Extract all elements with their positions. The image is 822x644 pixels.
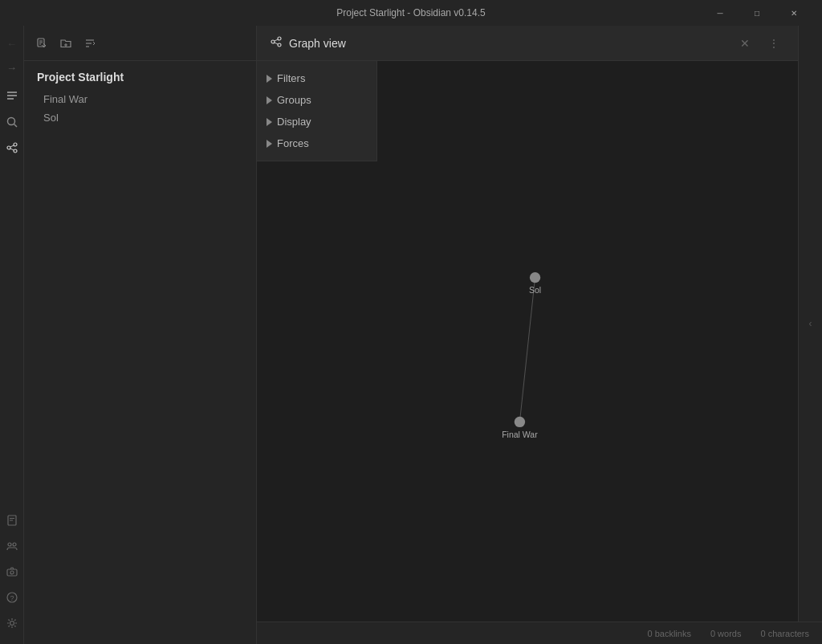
words-count: 0 words (710, 629, 742, 638)
svg-point-31 (278, 43, 281, 47)
window-controls: ─ □ ✕ (702, 0, 812, 26)
display-control[interactable]: Display (257, 111, 376, 132)
close-button[interactable]: ✕ (775, 0, 812, 26)
characters-status: 0 characters (760, 629, 809, 638)
sol-node-label: Sol (529, 285, 541, 295)
svg-line-32 (275, 39, 278, 41)
filters-control[interactable]: Filters (257, 67, 376, 89)
minimize-button[interactable]: ─ (702, 0, 739, 26)
svg-point-14 (13, 543, 16, 546)
svg-line-4 (14, 124, 17, 128)
app-container: ← → ? (0, 26, 822, 644)
characters-count: 0 characters (760, 629, 809, 638)
back-arrow-icon[interactable]: ← (1, 32, 23, 55)
graph-panel: Graph view ✕ ⋮ Filters Groups (257, 26, 798, 622)
graph-icon[interactable] (1, 137, 23, 159)
community-icon[interactable] (1, 535, 23, 557)
close-graph-button[interactable]: ✕ (734, 32, 756, 55)
svg-point-5 (7, 146, 10, 149)
graph-view-label: Graph view (289, 37, 346, 50)
sidebar-tools (31, 32, 101, 55)
new-note-button[interactable] (31, 32, 53, 55)
backlinks-status: 0 backlinks (648, 629, 691, 638)
graph-header: Graph view ✕ ⋮ (257, 26, 798, 61)
svg-point-16 (10, 571, 14, 574)
groups-label: Groups (277, 94, 311, 106)
svg-point-6 (14, 143, 17, 146)
svg-rect-1 (7, 95, 17, 96)
finalwar-node[interactable] (515, 417, 525, 427)
vault-name: Project Starlight (24, 67, 256, 90)
graph-controls-panel: Filters Groups Display Forces (257, 61, 377, 161)
sidebar-content: Project Starlight Final War Sol (24, 61, 256, 133)
svg-line-33 (275, 43, 278, 44)
svg-text:?: ? (10, 594, 14, 602)
finalwar-node-label: Final War (502, 430, 538, 439)
svg-rect-11 (10, 518, 14, 519)
svg-point-3 (7, 118, 14, 125)
maximize-button[interactable]: □ (739, 0, 775, 26)
graph-title: Graph view (270, 35, 346, 51)
sidebar-header (24, 26, 256, 61)
collapse-panel-button[interactable]: ‹ (803, 308, 819, 340)
svg-line-9 (10, 149, 14, 150)
graph-header-controls: ✕ ⋮ (734, 32, 785, 55)
camera-icon[interactable] (1, 560, 23, 583)
svg-point-7 (14, 149, 17, 153)
svg-point-30 (278, 37, 281, 40)
sol-node[interactable] (530, 272, 540, 283)
svg-rect-2 (7, 98, 14, 100)
sidebar: Project Starlight Final War Sol (24, 26, 257, 644)
sidebar-item-finalwar[interactable]: Final War (24, 90, 256, 108)
display-triangle-icon (267, 118, 272, 126)
help-icon[interactable]: ? (1, 586, 23, 609)
sidebar-item-sol[interactable]: Sol (24, 108, 256, 127)
status-bar: 0 backlinks 0 words 0 characters (257, 622, 822, 644)
display-label: Display (277, 116, 311, 128)
svg-rect-0 (7, 92, 17, 93)
more-options-button[interactable]: ⋮ (763, 32, 785, 55)
settings-icon[interactable] (1, 612, 23, 634)
forces-label: Forces (277, 137, 309, 149)
groups-control[interactable]: Groups (257, 89, 376, 111)
svg-line-8 (10, 145, 14, 147)
filters-label: Filters (277, 72, 305, 84)
search-icon[interactable] (1, 111, 23, 133)
main-area: Graph view ✕ ⋮ Filters Groups (257, 26, 822, 644)
svg-rect-15 (7, 569, 17, 576)
right-rail: ‹ (798, 26, 822, 622)
svg-point-19 (10, 622, 14, 626)
svg-point-29 (271, 40, 275, 43)
groups-triangle-icon (267, 96, 272, 104)
window-title: Project Starlight - Obsidian v0.14.5 (336, 7, 485, 18)
backlinks-count: 0 backlinks (648, 629, 691, 638)
words-status: 0 words (710, 629, 742, 638)
forward-arrow-icon[interactable]: → (1, 56, 23, 79)
graph-icon-header (270, 35, 283, 51)
svg-rect-12 (10, 520, 13, 521)
forces-control[interactable]: Forces (257, 132, 376, 154)
files-icon[interactable] (1, 85, 23, 108)
title-bar: Project Starlight - Obsidian v0.14.5 ─ □… (0, 0, 822, 26)
new-folder-button[interactable] (55, 32, 77, 55)
icon-rail: ← → ? (0, 26, 24, 644)
bookmarks-icon[interactable] (1, 509, 23, 532)
svg-point-13 (8, 543, 11, 546)
filters-triangle-icon (267, 75, 272, 83)
forces-triangle-icon (267, 140, 272, 148)
graph-edge (519, 278, 535, 422)
sort-button[interactable] (79, 32, 101, 55)
